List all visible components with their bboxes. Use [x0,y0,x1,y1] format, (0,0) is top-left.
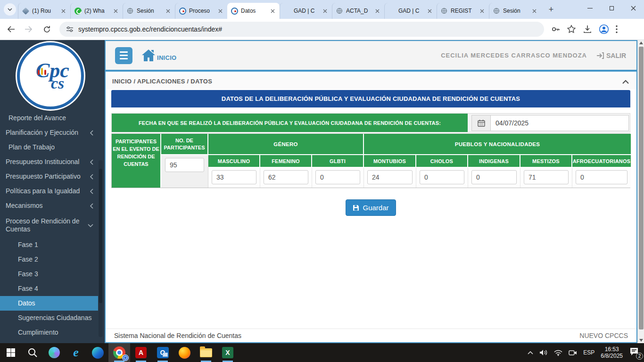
browser-tab-proceso[interactable]: Proceso [175,3,227,19]
browser-tab-registro[interactable]: REGIST [437,3,489,19]
sidebar-item-sugerencias[interactable]: Sugerencias Ciudadanas [0,311,98,325]
sidebar-item-proceso-rendicion[interactable]: Proceso de Rendición de Cuentas [0,213,98,238]
wifi-icon[interactable] [554,350,562,356]
input-mestizos[interactable] [524,170,569,184]
profile-avatar-icon[interactable] [599,24,609,34]
sidebar-item-reporte-del-avance[interactable]: Reporte del Avance [0,111,98,125]
sidebar-item-mecanismos[interactable]: Mecanismos [0,198,98,213]
tab-close-icon[interactable] [216,7,224,15]
tab-close-icon[interactable] [112,7,119,15]
logout-label: SALIR [606,52,626,59]
speaker-icon[interactable] [539,349,548,356]
taskbar-edge-button[interactable] [87,343,108,362]
tab-close-icon[interactable] [269,7,276,15]
taskbar-copilot-button[interactable] [43,343,65,362]
browser-tab-roundcube[interactable]: (1) Rou [18,3,70,19]
taskbar-search-button[interactable] [22,343,43,362]
sidebar-item-cumplimiento[interactable]: Cumplimiento [0,325,98,340]
tab-list: (1) Rou (2) Wha Sesión Proceso Datos [18,0,541,19]
window-close-button[interactable] [622,0,644,16]
tab-search-button[interactable] [4,3,16,16]
input-afroecuatorianos[interactable] [576,170,627,184]
sidebar-scrollbar-thumb[interactable] [99,169,102,303]
taskbar-excel-button[interactable]: X [217,343,239,362]
tab-close-icon[interactable] [426,7,433,15]
bookmark-star-icon[interactable] [567,25,576,34]
taskbar-firefox-button[interactable] [173,343,195,362]
meet-now-camera-icon[interactable] [569,350,577,356]
taskbar-outlook-button[interactable]: O [152,343,173,362]
input-montubios[interactable] [367,170,413,184]
clock-date: 6/8/2025 [601,353,623,359]
scroll-down-arrow-icon[interactable] [639,339,643,342]
sidebar-item-fase-4[interactable]: Fase 4 [0,281,98,296]
col-header-masculino: MASCULINO [208,155,260,168]
sidebar-item-presupuesto-institucional[interactable]: Presupuesto Institucional [0,155,98,169]
logout-button[interactable]: SALIR [596,52,626,59]
sidebar-item-fase-1[interactable]: Fase 1 [0,238,98,252]
browser-tab-datos-active[interactable]: Datos [227,3,280,19]
page-scrollbar[interactable] [637,40,644,343]
browser-tab-sesion-1[interactable]: Sesión [123,3,175,19]
window-restore-button[interactable] [601,0,622,16]
language-indicator[interactable]: ESP [583,349,594,356]
calendar-addon[interactable] [471,115,490,131]
hamburger-menu-button[interactable] [115,47,132,64]
sidebar-menu: Reporte del Avance Planificación y Ejecu… [0,111,98,340]
start-button[interactable] [0,343,22,362]
sidebar-item-datos[interactable]: Datos [0,296,98,311]
whatsapp-icon [74,7,82,15]
menu-kebab-icon[interactable] [616,25,618,33]
save-button[interactable]: Guardar [346,199,396,216]
tab-close-icon[interactable] [373,7,381,15]
chevron-left-icon [90,159,93,165]
input-no-participantes[interactable] [165,158,204,172]
sidebar-item-plan-de-trabajo[interactable]: Plan de Trabajo [0,140,98,155]
sidebar-item-politicas-igualdad[interactable]: Políticas para la Igualdad [0,184,98,198]
sidebar-item-presupuesto-participativo[interactable]: Presupuesto Participativo [0,169,98,184]
sidebar-scrollbar[interactable] [99,160,103,337]
browser-tab-sesion-2[interactable]: Sesión [489,3,541,19]
browser-tab-acta[interactable]: ACTA_D [332,3,384,19]
home-link[interactable]: INICIO [141,49,177,62]
tab-title: Datos [241,8,266,14]
window-controls [579,0,644,16]
input-cholos[interactable] [420,170,464,184]
tab-close-icon[interactable] [478,7,486,15]
tab-title: GAD | C [294,8,318,14]
sidebar-item-planificacion[interactable]: Planificación y Ejecución [0,125,98,140]
taskbar-chrome-button[interactable] [108,343,130,362]
notification-center-button[interactable]: 2 [629,346,641,359]
tab-close-icon[interactable] [530,7,538,15]
address-bar[interactable]: systempro.cpccs.gob.ec/rendicioncuentas/… [59,22,544,37]
downloads-icon[interactable] [583,25,592,34]
fecha-input[interactable] [490,115,629,131]
taskbar-acrobat-button[interactable]: A [130,343,152,362]
window-minimize-button[interactable] [579,0,601,16]
browser-tab-gad-1[interactable]: GAD | C [280,3,332,19]
clock[interactable]: 16:53 6/8/2025 [601,346,623,359]
input-masculino[interactable] [212,170,256,184]
sidebar-item-fase-3[interactable]: Fase 3 [0,267,98,281]
new-tab-button[interactable]: + [545,3,557,16]
input-femenino[interactable] [264,170,308,184]
forward-button[interactable] [22,22,36,36]
taskbar-file-explorer-button[interactable] [195,343,217,362]
back-button[interactable] [4,22,18,36]
input-indigenas[interactable] [471,170,517,184]
taskbar-internet-explorer-button[interactable]: e [65,343,87,362]
tab-close-icon[interactable] [321,7,329,15]
tab-close-icon[interactable] [164,7,172,15]
scroll-up-arrow-icon[interactable] [639,41,643,44]
tab-close-icon[interactable] [59,7,67,15]
chevron-left-icon [90,130,93,136]
page-scrollbar-thumb[interactable] [639,47,644,329]
browser-tab-gad-2[interactable]: GAD | C [384,3,437,19]
collapse-panel-button[interactable] [622,77,629,86]
input-glbti[interactable] [315,170,360,184]
sidebar-item-fase-2[interactable]: Fase 2 [0,252,98,267]
browser-tab-whatsapp[interactable]: (2) Wha [70,3,123,19]
tray-chevron-up-icon[interactable] [528,351,533,354]
passwords-key-icon[interactable] [551,25,560,34]
reload-button[interactable] [40,22,54,36]
